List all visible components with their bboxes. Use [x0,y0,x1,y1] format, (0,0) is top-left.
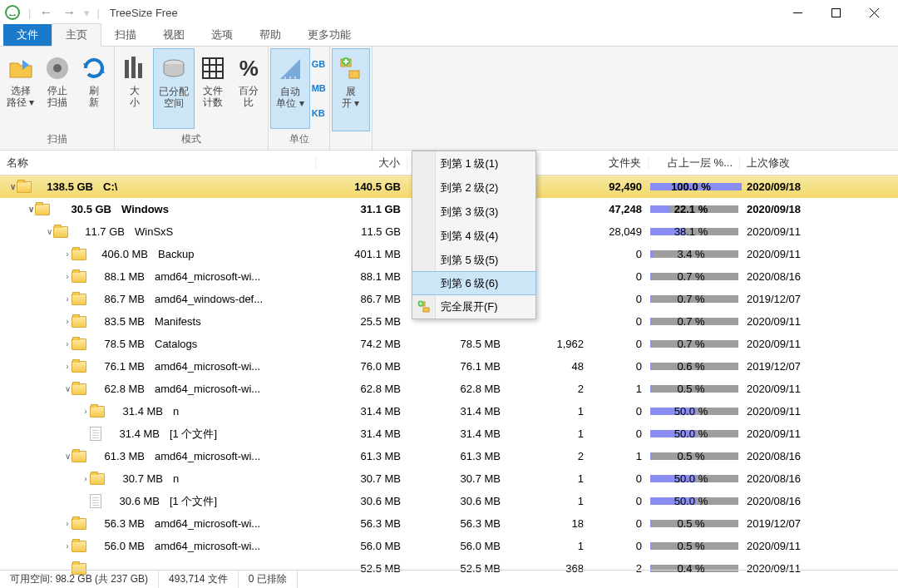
expand-toggle[interactable]: ∨ [60,452,72,461]
back-button[interactable]: ← [34,5,57,20]
close-button[interactable] [855,0,893,25]
expand-toggle[interactable]: › [78,474,90,483]
tree-row[interactable]: ›56.0 MBamd64_microsoft-wi...56.0 MB56.0… [0,535,898,557]
tree-row[interactable]: ›31.4 MBn31.4 MB31.4 MB1050.0 %2020/09/1… [0,400,898,422]
stop-scan-button[interactable]: 停止 扫描 [39,48,76,129]
expand-full-icon [417,300,431,314]
expand-toggle[interactable]: › [60,294,72,304]
row-percent: 50.0 % [649,495,740,507]
expand-level-6[interactable]: 到第 6 级(6) [412,271,536,295]
expand-button[interactable]: 展 开 ▾ [332,48,370,131]
expand-toggle[interactable]: ∨ [5,182,17,191]
row-size-label: 76.1 MB [93,360,145,373]
header-folders[interactable]: 文件夹 [590,156,649,170]
expand-level-3[interactable]: 到第 3 级(3) [412,200,535,224]
row-date: 2020/08/16 [740,270,848,283]
qa-dropdown[interactable]: ▾ [81,7,93,19]
mode-allocated-button[interactable]: 已分配 空间 [153,48,195,129]
row-size: 76.0 MB [316,360,407,373]
expand-level-1[interactable]: 到第 1 级(1) [412,151,535,175]
svg-point-2 [53,64,62,72]
tree-row[interactable]: ∨61.3 MBamd64_microsoft-wi...61.3 MB61.3… [0,445,898,467]
expand-toggle[interactable]: › [60,272,72,281]
row-percent: 0.7 % [649,293,740,305]
expand-toggle[interactable]: › [78,407,90,416]
row-percent: 0.5 % [649,450,740,462]
expand-toggle[interactable]: › [60,250,72,259]
refresh-icon [81,55,107,82]
header-name[interactable]: 名称 [0,156,316,170]
menu-bar: 文件 主页 扫描 视图 选项 帮助 更多功能 [0,25,898,47]
tree-row[interactable]: 30.6 MB[1 个文件]30.6 MB30.6 MB1050.0 %2020… [0,490,898,512]
menu-home[interactable]: 主页 [52,23,101,47]
expand-toggle[interactable]: ∨ [42,227,53,236]
row-size-label: 30.6 MB [108,495,160,507]
row-files: 18 [507,517,590,530]
row-files: 1 [507,405,590,418]
menu-help[interactable]: 帮助 [246,24,294,46]
tree-row[interactable]: ›30.7 MBn30.7 MB30.7 MB1050.0 %2020/08/1… [0,467,898,490]
expand-level-5[interactable]: 到第 5 级(5) [412,248,535,272]
mode-size-button[interactable]: 大 小 [116,48,153,129]
expand-toggle[interactable]: › [60,541,72,551]
folder-icon [72,249,86,260]
header-size[interactable]: 大小 [316,156,407,170]
unit-gb[interactable]: GB [312,59,326,69]
tree-row[interactable]: ∨62.8 MBamd64_microsoft-wi...62.8 MB62.8… [0,378,898,400]
mode-percent-button[interactable]: % 百分 比 [231,48,266,129]
row-percent: 0.4 % [649,562,740,575]
expand-level-4[interactable]: 到第 4 级(4) [412,224,535,248]
menu-file[interactable]: 文件 [3,24,52,46]
maximize-button[interactable] [817,0,855,25]
row-name-label: Manifests [155,315,201,328]
svg-rect-7 [203,58,223,78]
expand-toggle[interactable]: › [60,519,72,528]
row-alloc: 76.1 MB [407,360,507,373]
menu-view[interactable]: 视图 [150,24,198,46]
unit-kb[interactable]: KB [312,108,326,118]
row-name-label: amd64_microsoft-wi... [155,540,260,552]
row-folders: 0 [590,472,649,485]
menu-options[interactable]: 选项 [198,24,246,46]
row-size-label: 56.0 MB [93,540,145,552]
divider: | [93,7,102,19]
row-folders: 0 [590,495,649,507]
menu-more[interactable]: 更多功能 [294,24,364,46]
folder-icon [72,271,86,283]
header-date[interactable]: 上次修改 [740,156,848,170]
row-date: 2020/08/16 [740,472,848,485]
expand-full[interactable]: 完全展开(F) [412,294,535,319]
auto-unit-button[interactable]: 自动 单位 ▾ [270,48,309,129]
tree-row[interactable]: 31.4 MB[1 个文件]31.4 MB31.4 MB1050.0 %2020… [0,422,898,445]
row-size-label: 78.5 MB [93,338,145,350]
expand-toggle[interactable]: ∨ [60,384,72,393]
tree-row[interactable]: ›56.3 MBamd64_microsoft-wi...56.3 MB56.3… [0,512,898,535]
row-size-label: 138.5 GB [38,180,93,193]
row-name-label: Backup [158,248,194,260]
expand-toggle[interactable]: › [60,362,72,371]
tree-row[interactable]: ›78.5 MBCatalogs74.2 MB78.5 MB1,96200.7 … [0,333,898,355]
expand-toggle[interactable]: ∨ [23,205,35,214]
row-folders: 0 [590,540,649,552]
expand-toggle[interactable]: › [60,339,72,348]
expand-toggle[interactable]: › [60,317,72,326]
row-date: 2020/09/18 [740,180,848,193]
row-size: 62.8 MB [316,383,407,395]
row-alloc: 78.5 MB [407,338,507,350]
ribbon-group-unit-label: 单位 [269,131,328,150]
status-free-space: 可用空间: 98.2 GB (共 237 GB) [0,571,159,588]
refresh-button[interactable]: 刷 新 [76,48,112,129]
row-folders: 0 [590,338,649,350]
expand-level-2[interactable]: 到第 2 级(2) [412,175,535,200]
unit-mb[interactable]: MB [312,83,326,93]
row-date: 2020/08/16 [740,495,848,507]
folder-icon [72,316,86,328]
menu-scan[interactable]: 扫描 [101,24,150,46]
minimize-button[interactable] [778,0,817,25]
forward-button[interactable]: → [57,5,81,20]
header-percent[interactable]: 占上一层 %... [649,156,740,170]
select-path-button[interactable]: 选择 路径 ▾ [2,48,39,129]
folder-icon [72,361,86,373]
mode-filecount-button[interactable]: 文件 计数 [195,48,231,129]
tree-row[interactable]: ›76.1 MBamd64_microsoft-wi...76.0 MB76.1… [0,355,898,378]
